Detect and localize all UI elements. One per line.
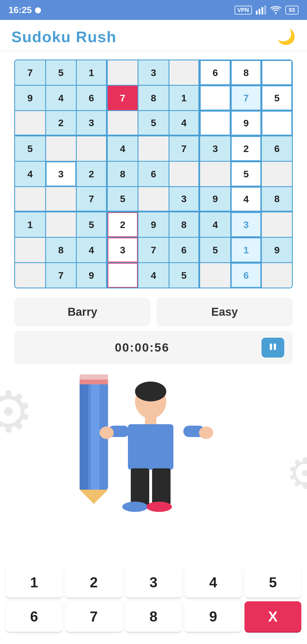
cell-r0-c1[interactable]: 5 (46, 60, 76, 85)
cell-r8-c3[interactable] (108, 263, 138, 288)
svg-rect-3 (264, 5, 266, 15)
cell-r6-c5[interactable]: 8 (169, 212, 200, 237)
dark-mode-icon[interactable]: 🌙 (277, 28, 296, 46)
cell-r8-c4[interactable]: 4 (138, 263, 169, 288)
cell-r7-c5[interactable]: 6 (169, 238, 200, 262)
cell-r6-c6[interactable]: 4 (200, 212, 230, 237)
cell-r6-c2[interactable]: 5 (77, 212, 107, 237)
cell-r2-c5[interactable]: 4 (169, 111, 200, 136)
cell-r3-c4[interactable] (138, 136, 169, 161)
cell-r5-c6[interactable]: 9 (200, 187, 230, 212)
cell-r2-c6[interactable] (200, 111, 230, 136)
num-btn-5[interactable]: 5 (244, 567, 301, 598)
cell-r3-c5[interactable]: 7 (169, 136, 200, 161)
cell-r3-c1[interactable] (46, 136, 76, 161)
cell-r1-c1[interactable]: 4 (46, 86, 76, 110)
sudoku-grid[interactable]: 7513689467817523549547326432865753948152… (14, 60, 293, 288)
cell-r7-c4[interactable]: 7 (138, 238, 169, 262)
cell-r1-c0[interactable]: 9 (15, 86, 45, 110)
cell-r1-c6[interactable] (200, 86, 230, 110)
cell-r6-c4[interactable]: 9 (138, 212, 169, 237)
num-btn-7[interactable]: 7 (65, 601, 122, 633)
cell-r6-c3[interactable]: 2 (108, 212, 138, 237)
pause-button[interactable] (262, 338, 284, 358)
cell-r6-c0[interactable]: 1 (15, 212, 45, 237)
cell-r4-c4[interactable]: 6 (138, 162, 169, 186)
cell-r4-c5[interactable] (169, 162, 200, 186)
cell-r0-c2[interactable]: 1 (77, 60, 107, 85)
cell-r0-c6[interactable]: 6 (200, 60, 230, 85)
cell-r3-c7[interactable]: 2 (231, 136, 261, 161)
cell-r0-c0[interactable]: 7 (15, 60, 45, 85)
cell-r7-c2[interactable]: 4 (77, 238, 107, 262)
cell-r4-c0[interactable]: 4 (15, 162, 45, 186)
cell-r3-c2[interactable] (77, 136, 107, 161)
cell-r1-c2[interactable]: 6 (77, 86, 107, 110)
cell-r5-c5[interactable]: 3 (169, 187, 200, 212)
cell-r1-c8[interactable]: 5 (262, 86, 292, 110)
cell-r6-c1[interactable] (46, 212, 76, 237)
cell-r2-c4[interactable]: 5 (138, 111, 169, 136)
cell-r3-c8[interactable]: 6 (262, 136, 292, 161)
cell-r6-c7[interactable]: 3 (231, 212, 261, 237)
num-btn-9[interactable]: 9 (185, 601, 242, 633)
cell-r8-c8[interactable] (262, 263, 292, 288)
cell-r2-c3[interactable] (108, 111, 138, 136)
cell-r7-c8[interactable]: 9 (262, 238, 292, 262)
cell-r0-c5[interactable] (169, 60, 200, 85)
cell-r0-c7[interactable]: 8 (231, 60, 261, 85)
cell-r8-c0[interactable] (15, 263, 45, 288)
cell-r1-c7[interactable]: 7 (231, 86, 261, 110)
num-btn-8[interactable]: 8 (125, 601, 182, 633)
cell-r5-c2[interactable]: 7 (77, 187, 107, 212)
cell-r7-c1[interactable]: 8 (46, 238, 76, 262)
num-btn-4[interactable]: 4 (185, 567, 242, 598)
cell-r3-c6[interactable]: 3 (200, 136, 230, 161)
cell-r8-c2[interactable]: 9 (77, 263, 107, 288)
cell-r7-c6[interactable]: 5 (200, 238, 230, 262)
cell-r7-c7[interactable]: 1 (231, 238, 261, 262)
cell-r4-c7[interactable]: 5 (231, 162, 261, 186)
cell-r1-c4[interactable]: 8 (138, 86, 169, 110)
cell-r5-c1[interactable] (46, 187, 76, 212)
numpad-row-2: 6 7 8 9 X (6, 601, 301, 633)
cell-r3-c0[interactable]: 5 (15, 136, 45, 161)
cell-r7-c0[interactable] (15, 238, 45, 262)
cell-r4-c1[interactable]: 3 (46, 162, 76, 186)
cell-r0-c3[interactable] (108, 60, 138, 85)
cell-r1-c3[interactable]: 7 (108, 86, 138, 110)
cell-r8-c5[interactable]: 5 (169, 263, 200, 288)
cell-r4-c3[interactable]: 8 (108, 162, 138, 186)
cell-r2-c2[interactable]: 3 (77, 111, 107, 136)
cell-r4-c6[interactable] (200, 162, 230, 186)
cell-r8-c7[interactable]: 6 (231, 263, 261, 288)
num-btn-1[interactable]: 1 (6, 567, 63, 598)
cell-r4-c8[interactable] (262, 162, 292, 186)
num-btn-3[interactable]: 3 (125, 567, 182, 598)
delete-button[interactable]: X (244, 601, 301, 633)
cell-r2-c1[interactable]: 2 (46, 111, 76, 136)
cell-r8-c6[interactable] (200, 263, 230, 288)
cell-r5-c4[interactable] (138, 187, 169, 212)
cell-r0-c4[interactable]: 3 (138, 60, 169, 85)
cell-r8-c1[interactable]: 7 (46, 263, 76, 288)
svg-rect-2 (262, 7, 263, 15)
cell-r2-c8[interactable] (262, 111, 292, 136)
character-illustration (54, 364, 253, 512)
cell-r0-c8[interactable] (262, 60, 292, 85)
cell-r4-c2[interactable]: 2 (77, 162, 107, 186)
cell-r5-c3[interactable]: 5 (108, 187, 138, 212)
cell-r2-c7[interactable]: 9 (231, 111, 261, 136)
num-btn-6[interactable]: 6 (6, 601, 63, 633)
cell-r5-c8[interactable]: 8 (262, 187, 292, 212)
cell-r3-c3[interactable]: 4 (108, 136, 138, 161)
status-time: 16:25 ⬤ (9, 5, 41, 15)
cell-r5-c7[interactable]: 4 (231, 187, 261, 212)
cell-r1-c5[interactable]: 1 (169, 86, 200, 110)
cell-r2-c0[interactable] (15, 111, 45, 136)
cell-r6-c8[interactable] (262, 212, 292, 237)
num-btn-2[interactable]: 2 (65, 567, 122, 598)
cell-r7-c3[interactable]: 3 (108, 238, 138, 262)
cell-r5-c0[interactable] (15, 187, 45, 212)
gear-watermark-right: ⚙ (286, 449, 307, 498)
